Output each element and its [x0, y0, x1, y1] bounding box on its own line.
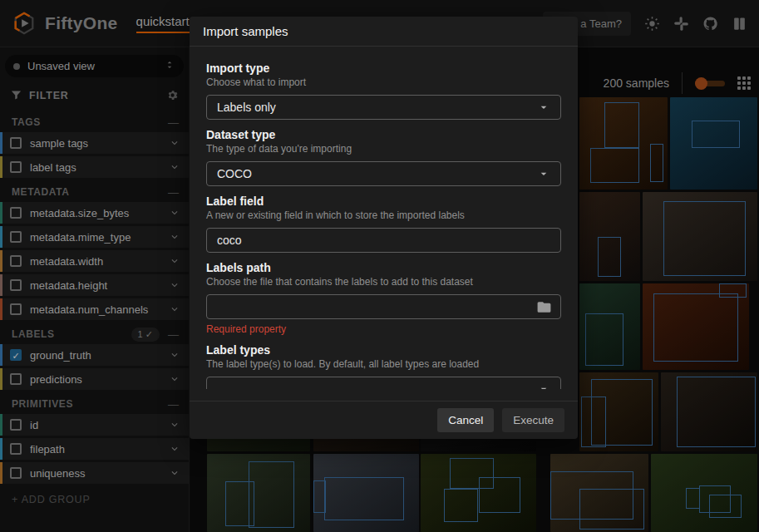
field-description: Choose what to import	[206, 76, 561, 89]
labels-path-file-picker	[206, 294, 561, 319]
import-samples-modal: Import samples Import typeChoose what to…	[190, 17, 578, 439]
field-title: Dataset type	[206, 128, 561, 141]
field-group-labels-path: Labels pathChoose the file that contains…	[206, 261, 561, 335]
dropdown-arrow-icon	[537, 167, 550, 180]
execute-button[interactable]: Execute	[502, 408, 564, 432]
folder-icon[interactable]	[536, 299, 552, 315]
modal-title: Import samples	[190, 17, 578, 47]
dataset-type-select[interactable]: COCO	[206, 161, 561, 186]
field-group-dataset-type: Dataset typeThe type of data you're impo…	[206, 128, 561, 186]
field-title: Label types	[206, 343, 561, 357]
select-value: Labels only	[217, 101, 537, 114]
field-group-label-field: Label fieldA new or existing field in wh…	[206, 195, 561, 253]
field-description: A new or existing field in which to stor…	[206, 209, 561, 222]
field-group-import-type: Import typeChoose what to importLabels o…	[206, 62, 561, 120]
cancel-button[interactable]: Cancel	[437, 408, 494, 432]
label-types-select[interactable]	[206, 377, 561, 389]
field-title: Import type	[206, 62, 561, 75]
field-description: The type of data you're importing	[206, 143, 561, 155]
labels-path-input[interactable]	[217, 296, 536, 318]
select-value: COCO	[217, 167, 537, 180]
field-title: Label field	[206, 195, 561, 208]
dropdown-arrow-icon	[537, 382, 550, 389]
field-description: The label type(s) to load. By default, a…	[206, 358, 561, 371]
import-type-select[interactable]: Labels only	[206, 95, 561, 120]
field-description: Choose the file that contains the labels…	[206, 276, 561, 288]
field-group-label-types: Label typesThe label type(s) to load. By…	[206, 343, 561, 389]
field-title: Labels path	[206, 261, 561, 274]
field-error: Required property	[206, 323, 561, 335]
fiftyone-app: FiftyOne quickstart Have a Team? Unsaved…	[0, 0, 759, 532]
modal-body: Import typeChoose what to importLabels o…	[190, 47, 578, 389]
modal-footer: Cancel Execute	[190, 401, 578, 439]
dropdown-arrow-icon	[537, 101, 550, 114]
label-field-input[interactable]	[206, 228, 561, 253]
